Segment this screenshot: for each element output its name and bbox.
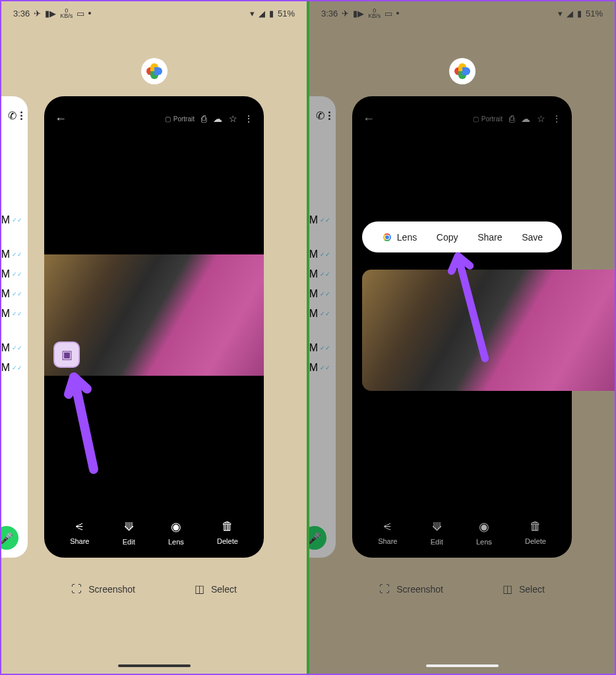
dot-icon (88, 12, 91, 15)
send-icon: ✈ (342, 9, 349, 18)
screenshot-button[interactable]: ⛶Screenshot (379, 583, 443, 595)
app-icon-photos[interactable] (141, 58, 168, 84)
photo-content[interactable]: ▣ (44, 254, 264, 376)
main-app-card[interactable]: ← ▢ Portrait ⎙ ☁ ☆ ⋮ ▣ ⪪Share ⟱Edit ◉Len… (44, 96, 264, 558)
screenshot-icon: ⛶ (379, 583, 390, 595)
send-icon: ✈ (34, 9, 41, 18)
image-action-popup: Lens Copy Share Save (362, 221, 562, 252)
wifi-icon: ▾ (250, 9, 255, 18)
status-time: 3:36 (13, 9, 30, 18)
dot-icon (396, 12, 399, 15)
share-icon: ⪪ (74, 519, 86, 533)
select-button[interactable]: ◫Select (195, 583, 237, 595)
signal-icon: ◢ (259, 9, 265, 18)
back-icon[interactable]: ← (55, 112, 67, 126)
status-time: 3:36 (321, 9, 338, 18)
more-icon[interactable]: ⋮ (244, 113, 253, 124)
calendar-icon: ▭ (77, 9, 84, 18)
popup-save[interactable]: Save (522, 232, 543, 243)
data-speed: 0KB/s (368, 8, 381, 18)
screenshot-left: 3:36 ✈ ▮▶ 0KB/s ▭ ▾ ◢ ▮ 51% ✆ (1, 1, 307, 674)
battery-text: 51% (278, 9, 295, 18)
chat-preview: 6 PM✓✓ ulati. 6 PM✓✓ 6 PM✓✓ 7 PM✓✓ 7 PM✓… (1, 214, 22, 374)
phone-icon: ✆ (8, 109, 16, 122)
popup-share[interactable]: Share (477, 232, 502, 243)
selected-photo[interactable] (362, 270, 615, 391)
mic-button[interactable]: 🎤 (1, 526, 18, 550)
edit-icon: ⟱ (124, 519, 134, 534)
screenshot-right: 3:36 ✈ ▮▶ 0KB/s ▭ ▾ ◢ ▮ 51% ✆ (309, 1, 615, 674)
image-select-button[interactable]: ▣ (53, 341, 80, 368)
more-icon (20, 111, 22, 120)
data-speed: 0KB/s (60, 8, 73, 18)
pause-icon: ▮▶ (45, 9, 56, 18)
trash-icon: 🗑 (222, 519, 233, 533)
nav-bar[interactable] (118, 664, 191, 667)
lens-icon: ◉ (171, 519, 181, 534)
popup-lens[interactable]: Lens (381, 231, 417, 243)
signal-icon: ◢ (567, 9, 573, 18)
share-button[interactable]: ⪪Share (70, 519, 89, 546)
portrait-label: ▢ Portrait (165, 115, 195, 123)
screenshot-button[interactable]: ⛶Screenshot (71, 583, 135, 595)
select-button[interactable]: ◫Select (503, 583, 545, 595)
battery-icon: ▮ (269, 9, 274, 18)
select-icon: ◫ (503, 583, 512, 595)
battery-icon: ▮ (577, 9, 582, 18)
status-bar: 3:36 ✈ ▮▶ 0KB/s ▭ ▾ ◢ ▮ 51% (309, 1, 615, 25)
popup-copy[interactable]: Copy (437, 232, 458, 243)
status-bar: 3:36 ✈ ▮▶ 0KB/s ▭ ▾ ◢ ▮ 51% (1, 1, 307, 25)
battery-text: 51% (586, 9, 603, 18)
delete-button[interactable]: 🗑Delete (217, 519, 238, 546)
star-icon[interactable]: ☆ (229, 113, 237, 124)
cloud-icon[interactable]: ☁ (213, 113, 222, 124)
calendar-icon: ▭ (385, 9, 392, 18)
edit-button[interactable]: ⟱Edit (123, 519, 135, 546)
app-icon-photos[interactable] (449, 58, 476, 84)
google-lens-icon (381, 231, 393, 243)
select-icon: ◫ (195, 583, 204, 595)
pause-icon: ▮▶ (353, 9, 364, 18)
prev-app-card[interactable]: ✆ 6 PM✓✓ ulati. 6 PM✓✓ 6 PM✓✓ 7 PM✓✓ 7 P… (1, 96, 28, 558)
screenshot-icon: ⛶ (71, 583, 82, 595)
wifi-icon: ▾ (558, 9, 563, 18)
nav-bar[interactable] (426, 664, 499, 667)
lens-button[interactable]: ◉Lens (168, 519, 184, 546)
cast-icon[interactable]: ⎙ (201, 113, 206, 124)
